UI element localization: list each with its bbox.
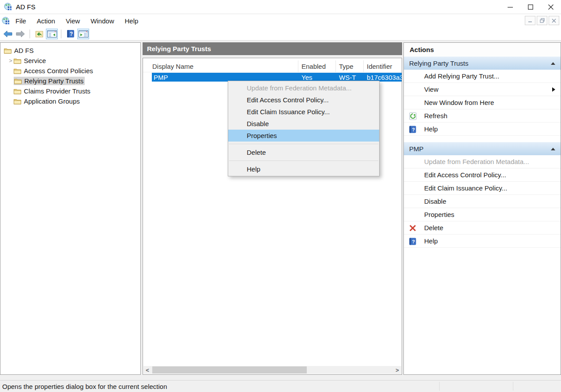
minimize-icon [528,19,532,23]
folder-icon [14,98,21,105]
context-help[interactable]: Help [228,163,379,175]
action-view[interactable]: View [404,83,561,96]
svg-text:?: ? [412,127,415,132]
action-label: Update from Federation Metadata... [424,158,529,165]
status-bar: Opens the properties dialog box for the … [0,380,561,392]
help-button[interactable]: ? [64,29,76,39]
folder-icon [4,48,11,54]
collapse-arrow-icon[interactable] [551,148,555,150]
action-label: Refresh [424,112,448,119]
list-column-headers: Display Name Enabled Type Identifier [143,60,402,72]
context-disable[interactable]: Disable [228,118,379,130]
context-edit-claim-issuance-policy[interactable]: Edit Claim Issuance Policy... [228,106,379,118]
table-row-pmp[interactable]: PMP Yes WS-T b17c6303a3 [143,73,402,82]
tree-item-label: Application Groups [24,97,80,105]
export-list-icon [34,30,44,38]
scroll-right-arrow-icon[interactable]: > [393,366,401,374]
tree-item-label: AD FS [14,47,34,54]
child-restore-button[interactable] [537,16,547,25]
scrollbar-thumb[interactable] [152,366,307,373]
cell-identifier: b17c6303a3 [367,73,402,82]
collapse-arrow-icon[interactable] [551,62,555,65]
cell-enabled: Yes [301,73,312,82]
column-identifier[interactable]: Identifier [367,60,402,72]
menu-action[interactable]: Action [31,15,60,27]
child-minimize-button[interactable] [525,16,535,25]
svg-text:?: ? [69,31,72,37]
actions-section-relying-party-trusts[interactable]: Relying Party Trusts [404,56,561,70]
maximize-button[interactable] [520,0,541,14]
menu-file[interactable]: File [10,15,31,27]
menu-window[interactable]: Window [85,15,119,27]
tree-item-label: Access Control Policies [24,67,93,75]
close-icon [548,4,553,10]
action-disable[interactable]: Disable [404,195,561,208]
tree-item-access-control-policies[interactable]: Access Control Policies [0,66,140,76]
tree-item-adfs-root[interactable]: AD FS [0,45,140,56]
action-edit-access-control-policy[interactable]: Edit Access Control Policy... [404,168,561,182]
back-button[interactable] [2,29,14,39]
toolbar: ? [0,27,561,41]
action-label: View [424,86,438,93]
close-icon [552,19,556,23]
show-action-pane-toggle[interactable] [77,29,89,39]
tree-item-claims-provider-trusts[interactable]: Claims Provider Trusts [0,86,140,96]
tree-item-service[interactable]: > Service [0,56,140,66]
column-type[interactable]: Type [339,60,361,72]
svg-text:?: ? [412,239,415,244]
forward-button[interactable] [15,29,26,39]
action-new-window-from-here[interactable]: New Window from Here [404,96,561,109]
action-help[interactable]: ? Help [404,123,561,136]
action-help-pmp[interactable]: ? Help [404,235,561,248]
cell-display-name: PMP [154,73,168,82]
action-label: Properties [424,211,454,218]
forward-icon [16,30,25,37]
tree-item-application-groups[interactable]: Application Groups [0,96,140,106]
back-icon [3,30,12,37]
action-add-relying-party-trust[interactable]: Add Relying Party Trust... [404,70,561,83]
context-edit-access-control-policy[interactable]: Edit Access Control Policy... [228,94,379,106]
horizontal-scrollbar[interactable]: < > [143,366,401,374]
status-text: Opens the properties dialog box for the … [2,383,167,390]
action-properties[interactable]: Properties [404,208,561,221]
context-delete[interactable]: Delete [228,146,379,158]
action-refresh[interactable]: Refresh [404,109,561,123]
context-menu: Update from Federation Metadata... Edit … [228,81,380,176]
action-label: Edit Claim Issuance Policy... [424,184,507,192]
results-header-title: Relying Party Trusts [147,45,211,52]
tree-item-relying-party-trusts[interactable]: Relying Party Trusts [0,76,140,86]
menu-help[interactable]: Help [119,15,143,27]
action-label: Help [424,125,438,133]
folder-icon [14,58,21,64]
actions-section-pmp[interactable]: PMP [404,142,561,155]
column-enabled[interactable]: Enabled [301,60,333,72]
console-tree-toggle-icon [47,30,57,37]
toolbar-separator [30,30,30,38]
red-x-icon [409,224,417,232]
action-label: Disable [424,198,446,205]
help-book-icon: ? [409,125,417,133]
export-list-button[interactable] [33,29,45,39]
refresh-icon [409,112,417,120]
section-header-label: PMP [409,145,424,153]
action-delete[interactable]: Delete [404,221,561,235]
context-properties[interactable]: Properties [228,130,379,142]
actions-panel: Actions Relying Party Trusts Add Relying… [403,42,561,375]
child-close-button[interactable] [549,16,559,25]
action-pane-toggle-icon [79,30,88,37]
action-edit-claim-issuance-policy[interactable]: Edit Claim Issuance Policy... [404,182,561,195]
tree-item-label: Claims Provider Trusts [24,87,90,95]
expand-chevron-icon[interactable]: > [8,57,14,64]
console-tree-panel: AD FS > Service Access Control Policies … [0,42,141,375]
row-selection-highlight [152,73,402,82]
scroll-left-arrow-icon[interactable]: < [143,366,151,374]
close-button[interactable] [541,0,561,14]
action-label: Delete [424,224,443,231]
help-book-icon: ? [409,237,417,245]
minimize-button[interactable] [500,0,520,14]
context-update-from-federation-metadata: Update from Federation Metadata... [228,82,379,94]
tree-selected-item: Relying Party Trusts [14,77,85,85]
show-console-tree-toggle[interactable] [46,29,58,39]
column-display-name[interactable]: Display Name [152,60,296,72]
menu-view[interactable]: View [60,15,85,27]
